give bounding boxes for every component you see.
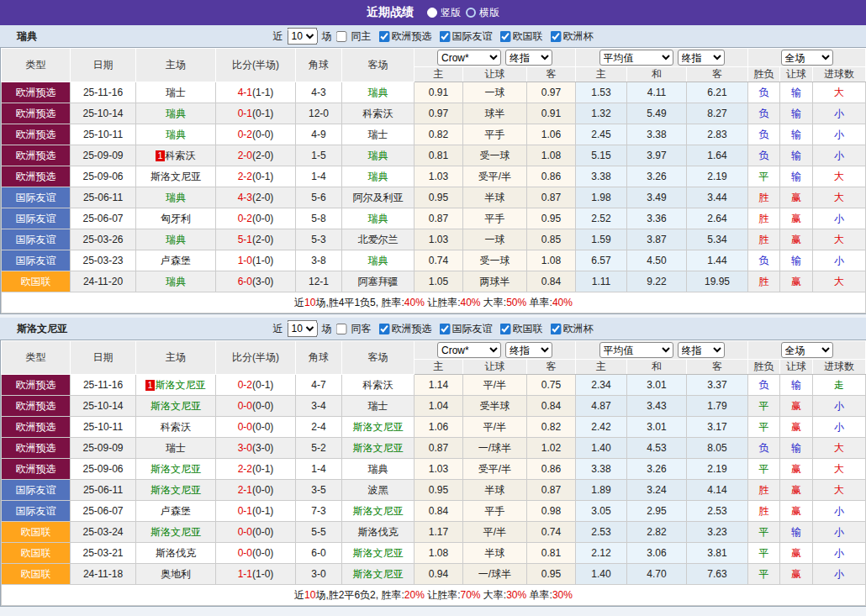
handicap-line: 半球 <box>463 543 527 564</box>
vertical-version-radio[interactable]: 竖版 <box>427 6 461 20</box>
league-checkbox-nations[interactable] <box>500 31 511 42</box>
handicap-outcome: 输 <box>780 124 813 145</box>
avg-source-select[interactable]: 平均值 <box>599 342 673 358</box>
result-outcome: 胜 <box>748 480 780 501</box>
away-team-cell: 北爱尔兰 <box>342 229 415 250</box>
score-cell: 0-0(0-0) <box>216 543 296 564</box>
match-type-badge: 欧洲预选 <box>2 103 71 124</box>
handicap-away-odds: 0.87 <box>527 480 576 501</box>
handicap-home-odds: 1.17 <box>415 522 463 543</box>
handicap-outcome: 赢 <box>780 208 813 229</box>
avg-home-odds: 6.57 <box>576 250 627 271</box>
league-filter-friendly[interactable]: 国际友谊 <box>438 322 493 336</box>
avg-home-odds: 1.11 <box>576 271 627 292</box>
match-count-select[interactable]: 10 <box>288 28 318 45</box>
handicap-home-odds: 1.04 <box>415 396 463 417</box>
handicap-outcome: 输 <box>780 82 813 103</box>
score-cell: 4-1(1-1) <box>216 82 296 103</box>
league-checkbox-qualifier[interactable] <box>379 324 390 334</box>
scope-select[interactable]: 全场 <box>781 342 833 358</box>
goals-outcome: 大 <box>813 82 866 103</box>
corners-cell: 4-3 <box>296 82 342 103</box>
league-checkbox-nations[interactable] <box>500 324 511 334</box>
result-outcome: 胜 <box>748 501 780 522</box>
col-header-outcome: 胜负 <box>748 360 780 375</box>
home-team-cell: 奥地利 <box>136 564 216 585</box>
same-away-checkbox[interactable] <box>336 324 347 334</box>
home-team-cell: 卢森堡 <box>136 250 216 271</box>
avg-source-select[interactable]: 平均值 <box>599 50 673 66</box>
col-header-outcome: 胜负 <box>748 67 780 82</box>
league-filter-nations[interactable]: 欧国联 <box>499 322 543 336</box>
odds-time-select[interactable]: 终指 <box>505 342 552 358</box>
average-group-header: 平均值 终指 <box>576 341 748 360</box>
handicap-away-odds: 1.06 <box>527 124 576 145</box>
match-row: 国际友谊25-06-11斯洛文尼亚2-1(0-0)3-5波黑0.95半球0.87… <box>2 480 866 501</box>
goals-outcome: 小 <box>813 543 866 564</box>
odds-time-select[interactable]: 终指 <box>505 50 552 66</box>
match-type-badge: 欧国联 <box>2 522 71 543</box>
match-type-badge: 欧洲预选 <box>2 124 71 145</box>
score-cell: 0-0(0-0) <box>216 396 296 417</box>
result-outcome: 平 <box>748 459 780 480</box>
odds-source-select[interactable]: Crow* <box>437 342 501 358</box>
score-cell: 0-0(0-0) <box>216 522 296 543</box>
avg-time-select[interactable]: 终指 <box>678 50 725 66</box>
handicap-outcome: 赢 <box>780 396 813 417</box>
away-team-cell: 斯洛文尼亚 <box>342 438 415 459</box>
league-filter-qualifier[interactable]: 欧洲预选 <box>378 29 432 44</box>
league-checkbox-friendly[interactable] <box>440 31 451 42</box>
match-row: 国际友谊25-06-07匈牙利0-2(0-0)5-8瑞典0.87平手0.952.… <box>2 208 866 229</box>
league-filter-qualifier[interactable]: 欧洲预选 <box>378 322 432 336</box>
handicap-home-odds: 0.87 <box>415 438 463 459</box>
league-checkbox-euro[interactable] <box>551 31 562 42</box>
handicap-away-odds: 0.82 <box>527 417 576 438</box>
col-header-avg-away: 客 <box>687 360 748 375</box>
match-type-badge: 欧洲预选 <box>2 375 71 396</box>
avg-away-odds: 4.14 <box>687 480 748 501</box>
handicap-outcome: 赢 <box>780 187 813 208</box>
match-row: 欧洲预选25-09-091科索沃2-0(2-0)1-5瑞典0.81受一球1.08… <box>2 145 866 166</box>
handicap-line: 半球 <box>463 187 527 208</box>
avg-home-odds: 2.45 <box>576 124 627 145</box>
handicap-away-odds: 0.84 <box>527 271 576 292</box>
same-home-checkbox[interactable] <box>336 31 347 42</box>
away-team-cell: 瑞士 <box>342 396 415 417</box>
col-header-goals: 进球数 <box>813 360 866 375</box>
corners-cell: 1-4 <box>296 166 342 187</box>
league-filter-euro[interactable]: 欧洲杯 <box>549 29 594 44</box>
home-team-cell: 瑞典 <box>136 271 216 292</box>
league-checkbox-euro[interactable] <box>551 324 562 334</box>
handicap-line: 受一球 <box>463 250 527 271</box>
score-cell: 0-0(0-0) <box>216 417 296 438</box>
match-date: 25-10-14 <box>71 103 136 124</box>
league-checkbox-friendly[interactable] <box>440 324 451 334</box>
summary-row: 近10场,胜4平1负5, 胜率:40% 让胜率:40% 大率:50% 单率:40… <box>2 292 866 313</box>
match-count-select[interactable]: 10 <box>288 320 318 337</box>
home-team-cell: 卢森堡 <box>136 501 216 522</box>
avg-away-odds: 2.19 <box>687 166 748 187</box>
horizontal-version-radio[interactable]: 横版 <box>466 6 499 20</box>
handicap-home-odds: 1.05 <box>415 271 463 292</box>
avg-time-select[interactable]: 终指 <box>678 342 725 358</box>
avg-draw-odds: 2.95 <box>627 501 687 522</box>
avg-away-odds: 1.79 <box>687 396 748 417</box>
league-checkbox-qualifier[interactable] <box>379 31 390 42</box>
corners-cell: 12-1 <box>296 271 342 292</box>
col-header-hc-home: 主 <box>415 360 463 375</box>
scope-select[interactable]: 全场 <box>781 50 833 66</box>
avg-home-odds: 1.53 <box>576 82 627 103</box>
handicap-home-odds: 1.06 <box>415 417 463 438</box>
league-filter-euro[interactable]: 欧洲杯 <box>549 322 594 336</box>
odds-source-select[interactable]: Crow* <box>437 50 501 66</box>
league-filter-nations[interactable]: 欧国联 <box>499 29 543 44</box>
goals-outcome: 小 <box>813 417 866 438</box>
avg-draw-odds: 4.70 <box>627 564 687 585</box>
home-team-cell: 1斯洛文尼亚 <box>136 375 216 396</box>
summary-text: 近10场,胜2平6负2, 胜率:20% 让胜率:70% 大率:30% 单率:30… <box>2 585 866 606</box>
handicap-line: 平手 <box>463 124 527 145</box>
score-cell: 2-2(0-1) <box>216 459 296 480</box>
league-filter-friendly[interactable]: 国际友谊 <box>438 29 493 44</box>
handicap-home-odds: 0.95 <box>415 480 463 501</box>
handicap-outcome: 赢 <box>780 564 813 585</box>
